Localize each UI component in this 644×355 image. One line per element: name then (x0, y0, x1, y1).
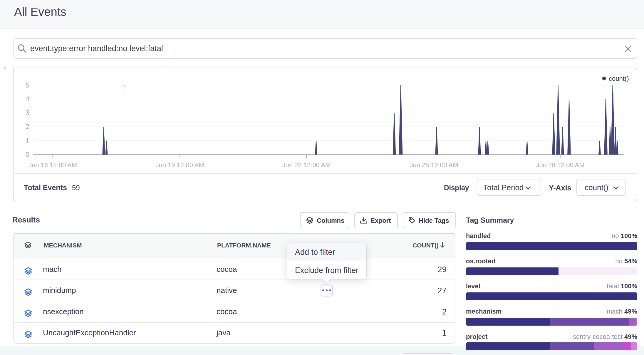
svg-text:4: 4 (26, 95, 29, 103)
svg-text:Jun 22 12:00 AM: Jun 22 12:00 AM (282, 161, 331, 169)
svg-text:0: 0 (26, 150, 29, 158)
svg-text:3: 3 (26, 109, 29, 117)
svg-text:1: 1 (26, 137, 29, 145)
svg-text:count(): count() (609, 75, 629, 82)
svg-text:Jun 28 12:00 AM: Jun 28 12:00 AM (536, 161, 584, 169)
svg-text:Jun 16 12:00 AM: Jun 16 12:00 AM (28, 161, 77, 169)
svg-text:Jun 19 12:00 AM: Jun 19 12:00 AM (155, 161, 204, 169)
svg-text:2: 2 (26, 123, 29, 130)
svg-text:5: 5 (26, 81, 29, 89)
svg-text:Jun 25 12:00 AM: Jun 25 12:00 AM (410, 161, 458, 169)
